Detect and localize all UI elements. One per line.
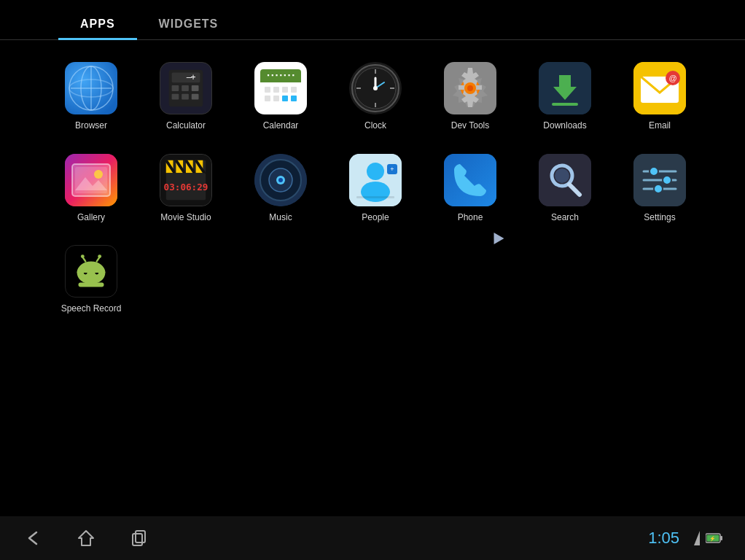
svg-rect-12 [172, 94, 179, 100]
svg-point-79 [555, 168, 569, 183]
downloads-label: Downloads [543, 120, 586, 132]
battery-icon: ⚡ [706, 533, 723, 543]
svg-text:+: + [191, 72, 196, 82]
app-speechrecord[interactable]: Speech Record [44, 238, 139, 322]
svg-rect-24 [282, 96, 288, 101]
app-browser[interactable]: Browser [44, 55, 139, 139]
downloads-icon [539, 62, 591, 114]
speechrecord-icon [65, 245, 117, 298]
app-settings[interactable]: Settings [612, 147, 707, 231]
speechrecord-label: Speech Record [61, 303, 122, 315]
svg-marker-99 [694, 531, 700, 545]
svg-rect-18 [265, 87, 270, 93]
app-grid: Browser – + Calculator [0, 40, 745, 337]
settings-label: Settings [644, 212, 675, 224]
gallery-label: Gallery [77, 212, 105, 224]
svg-point-35 [373, 86, 378, 90]
tab-bar: APPS WIDGETS [0, 0, 745, 40]
app-devtools[interactable]: Dev Tools [423, 55, 518, 139]
app-moviestudio[interactable]: 03:06:29 Movie Studio [139, 147, 233, 231]
nav-left [22, 526, 150, 550]
music-icon [254, 154, 307, 206]
devtools-icon [444, 62, 496, 114]
music-label: Music [269, 212, 292, 224]
phone-label: Phone [458, 212, 483, 224]
status-time: 1:05 [648, 529, 679, 548]
nav-bar: 1:05 ⚡ [0, 516, 745, 560]
svg-rect-9 [172, 85, 179, 91]
svg-rect-13 [182, 94, 189, 100]
calendar-label: Calendar [263, 120, 299, 132]
svg-rect-10 [182, 85, 189, 91]
svg-rect-101 [720, 536, 722, 540]
svg-point-71 [367, 163, 384, 180]
app-clock[interactable]: Clock [328, 55, 423, 139]
app-people[interactable]: + People [328, 147, 423, 231]
clock-icon [349, 62, 402, 114]
svg-rect-95 [79, 283, 104, 287]
svg-text:▪ ▪ ▪ ▪ ▪ ▪ ▪: ▪ ▪ ▪ ▪ ▪ ▪ ▪ [267, 71, 294, 79]
svg-text:03:06:29: 03:06:29 [164, 181, 208, 192]
moviestudio-label: Movie Studio [160, 212, 211, 224]
svg-marker-96 [79, 531, 93, 545]
svg-point-85 [663, 176, 671, 184]
tab-apps[interactable]: APPS [58, 9, 137, 39]
calculator-icon: – + [160, 62, 212, 114]
svg-point-52 [94, 170, 103, 179]
svg-point-69 [278, 178, 283, 182]
svg-point-40 [467, 85, 473, 91]
nav-recent-button[interactable] [127, 526, 150, 550]
svg-point-87 [654, 184, 663, 193]
people-label: People [362, 212, 389, 224]
moviestudio-icon: 03:06:29 [160, 154, 212, 206]
svg-point-83 [650, 167, 658, 176]
svg-text:@: @ [668, 74, 676, 82]
settings-icon [633, 154, 686, 206]
app-calendar[interactable]: ▪ ▪ ▪ ▪ ▪ ▪ ▪ Calendar [233, 55, 328, 139]
email-icon: @ [633, 62, 686, 114]
svg-rect-73 [356, 196, 394, 198]
svg-rect-21 [291, 87, 297, 93]
app-gallery[interactable]: Gallery [44, 147, 139, 231]
app-music[interactable]: Music [233, 147, 328, 231]
svg-rect-43 [552, 103, 578, 106]
search-label: Search [551, 212, 579, 224]
svg-point-72 [361, 182, 390, 202]
svg-rect-76 [444, 154, 496, 206]
app-phone[interactable]: Phone [423, 147, 518, 231]
app-downloads[interactable]: Downloads [518, 55, 612, 139]
nav-back-button[interactable] [22, 526, 45, 550]
people-icon: + [349, 154, 402, 206]
svg-rect-97 [133, 534, 142, 545]
svg-rect-22 [265, 96, 270, 101]
svg-point-88 [77, 262, 106, 284]
svg-rect-25 [291, 96, 297, 101]
svg-rect-23 [273, 96, 279, 101]
svg-rect-19 [273, 87, 279, 93]
svg-text:+: + [390, 166, 394, 173]
phone-icon [444, 154, 496, 206]
svg-point-93 [81, 254, 85, 258]
nav-right: 1:05 ⚡ [648, 529, 723, 548]
svg-text:⚡: ⚡ [709, 535, 716, 542]
signal-icon [685, 531, 700, 545]
svg-rect-11 [192, 85, 199, 91]
gallery-icon [65, 154, 117, 206]
svg-rect-98 [136, 531, 145, 542]
app-email[interactable]: @ Email [612, 55, 707, 139]
nav-home-button[interactable] [74, 526, 98, 550]
search-icon-bg [539, 154, 591, 206]
svg-rect-20 [282, 87, 288, 93]
calculator-label: Calculator [166, 120, 206, 132]
svg-rect-14 [192, 94, 199, 100]
calendar-icon: ▪ ▪ ▪ ▪ ▪ ▪ ▪ [254, 62, 307, 114]
browser-label: Browser [75, 120, 107, 132]
devtools-label: Dev Tools [451, 120, 489, 132]
clock-label: Clock [364, 120, 386, 132]
email-label: Email [649, 120, 671, 132]
svg-point-94 [98, 254, 101, 258]
app-calculator[interactable]: – + Calculator [139, 55, 233, 139]
browser-icon [65, 62, 117, 114]
app-search[interactable]: Search [518, 147, 612, 231]
tab-widgets[interactable]: WIDGETS [137, 9, 241, 39]
